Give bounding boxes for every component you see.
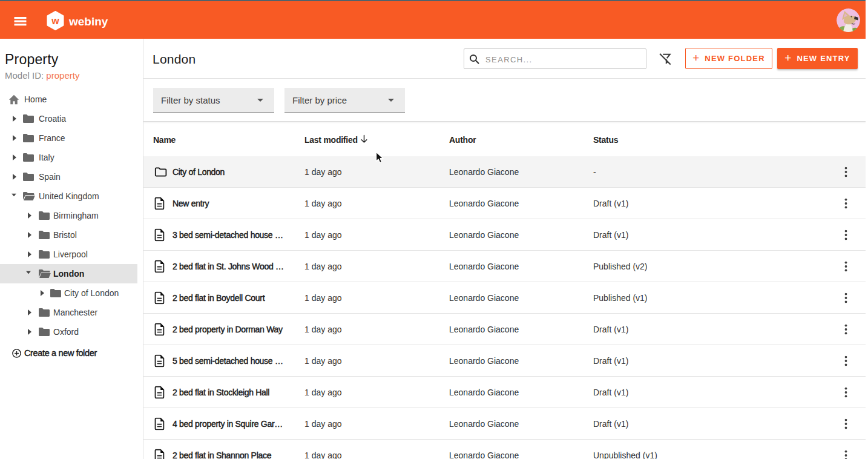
svg-text:w: w	[51, 16, 59, 26]
